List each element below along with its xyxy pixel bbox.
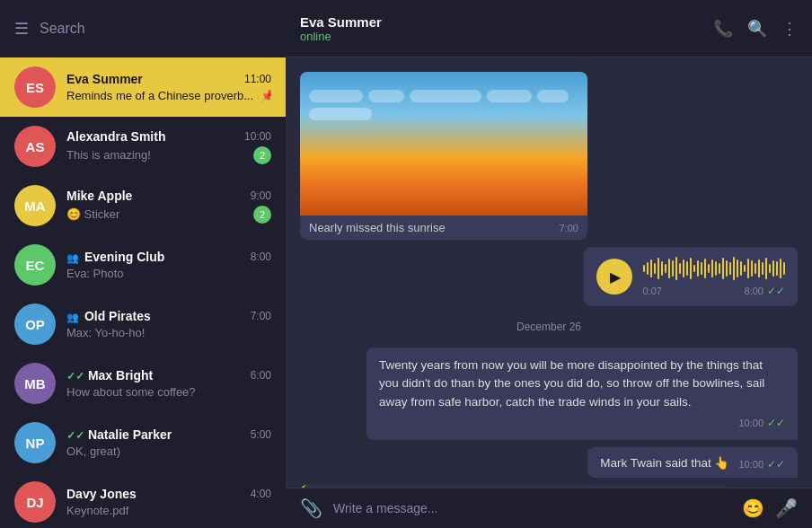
attach-icon[interactable]: 📎 <box>300 497 322 519</box>
waveform-bar <box>643 265 646 272</box>
voice-waveform: 0:07 8:00 ✓✓ <box>643 256 786 297</box>
waveform-bar <box>783 262 786 275</box>
waveform-bar <box>780 259 782 278</box>
chat-time: 4:00 <box>251 488 271 500</box>
message-image <box>300 72 587 216</box>
chat-header-actions: 📞 🔍 ⋮ <box>713 19 798 39</box>
hamburger-icon[interactable]: ☰ <box>14 19 29 39</box>
chat-name: ✓✓ Max Bright <box>66 368 153 383</box>
chat-info: ✓✓ Natalie Parker 5:00 OK, great) <box>66 427 271 458</box>
message-text: Twenty years from now you will be more d… <box>379 358 764 409</box>
cloud <box>309 90 363 102</box>
waveform-bar <box>711 260 714 277</box>
chat-name-row: Alexandra Smith 10:00 <box>66 129 271 144</box>
chat-time: 8:00 <box>251 251 271 263</box>
chat-info: ✓✓ Max Bright 6:00 How about some coffee… <box>66 368 271 399</box>
chat-time: 10:00 <box>244 130 271 143</box>
search-chat-icon[interactable]: 🔍 <box>747 19 767 39</box>
double-check-icon: ✓✓ <box>66 429 84 442</box>
chat-time: 6:00 <box>251 369 271 382</box>
chat-name-row: ✓✓ Natalie Parker 5:00 <box>66 427 271 442</box>
chat-item-max-bright[interactable]: MB ✓✓ Max Bright 6:00 How about some cof… <box>0 354 286 413</box>
chat-name-row: Mike Apple 9:00 <box>66 189 271 203</box>
chat-preview: How about some coffee? <box>66 385 271 399</box>
date-divider: December 26 <box>300 321 798 333</box>
chat-item-alexandra-smith[interactable]: AS Alexandra Smith 10:00 This is amazing… <box>0 117 286 176</box>
chat-name-row: Davy Jones 4:00 <box>66 487 271 501</box>
group-icon: 👥 <box>66 312 79 322</box>
waveform-bar <box>686 261 689 276</box>
waveform-bar <box>650 260 653 277</box>
waveform-bar <box>704 259 707 278</box>
avatar-alexandra-smith: AS <box>14 126 56 167</box>
message-check-icon: ✓✓ <box>767 458 785 471</box>
waveform-bar <box>715 261 718 276</box>
avatar-mike-apple: MA <box>14 185 56 226</box>
chat-name: Alexandra Smith <box>66 129 165 144</box>
chat-name-row: ✓✓ Max Bright 6:00 <box>66 368 271 383</box>
image-caption: Nearly missed this sunrise 7:00 <box>300 216 587 240</box>
waveform-bar <box>693 265 696 272</box>
waveform-bar <box>737 260 739 277</box>
waveform-bar <box>647 262 649 275</box>
chat-item-natalie-parker[interactable]: NP ✓✓ Natalie Parker 5:00 OK, great) <box>0 413 286 472</box>
emoji-icon[interactable]: 😊 <box>742 497 764 519</box>
waveform-bar <box>661 261 664 276</box>
play-button[interactable]: ▶ <box>596 259 632 295</box>
chat-name-row: 👥 Old Pirates 7:00 <box>66 309 271 323</box>
waveform-bar <box>769 264 772 273</box>
message-text: Mark Twain said that 👆 <box>600 455 729 470</box>
message-time: 10:00 <box>738 416 763 431</box>
chat-item-mike-apple[interactable]: MA Mike Apple 9:00 😊 Sticker 2 <box>0 176 286 235</box>
chat-name-row: 👥 Evening Club 8:00 <box>66 250 271 264</box>
unread-badge: 2 <box>253 146 271 164</box>
chat-info: Mike Apple 9:00 😊 Sticker 2 <box>66 189 271 224</box>
chat-item-davy-jones[interactable]: DJ Davy Jones 4:00 Keynote.pdf <box>0 472 286 528</box>
double-check-icon: ✓✓ <box>66 370 84 383</box>
waveform-bar <box>719 263 721 274</box>
chat-info: Eva Summer 11:00 Reminds me of a Chinese… <box>66 72 271 102</box>
waveform-bar <box>675 257 678 280</box>
chat-name: 👥 Evening Club <box>66 250 164 264</box>
chat-info: 👥 Evening Club 8:00 Eva: Photo <box>66 250 271 280</box>
pin-icon: 📌 <box>260 89 271 102</box>
chat-preview: Keynote.pdf <box>66 504 271 517</box>
chat-preview: Eva: Photo <box>66 267 271 280</box>
waveform-bar <box>722 258 725 279</box>
waveform-bar <box>744 265 746 272</box>
search-wrap <box>40 21 271 37</box>
message-time: 10:00 <box>738 459 763 470</box>
chat-item-old-pirates[interactable]: OP 👥 Old Pirates 7:00 Max: Yo-ho-ho! <box>0 295 286 354</box>
waveform-bar <box>755 263 757 274</box>
cloud <box>410 90 481 102</box>
contact-name: Eva Summer <box>300 14 713 30</box>
chat-name: Eva Summer <box>66 72 143 86</box>
phone-icon[interactable]: 📞 <box>713 19 733 39</box>
group-icon: 👥 <box>66 252 79 263</box>
long-text-message: Twenty years from now you will be more d… <box>366 348 798 440</box>
waveform-bar <box>740 261 743 276</box>
waveform-bar <box>729 262 732 275</box>
chat-item-evening-club[interactable]: EC 👥 Evening Club 8:00 Eva: Photo <box>0 235 286 295</box>
search-input[interactable] <box>40 21 271 37</box>
sidebar: ☰ ES Eva Summer 11:00 Reminds me of a Ch… <box>0 0 286 528</box>
message-input[interactable] <box>333 501 731 515</box>
message-check-icon: ✓✓ <box>767 415 785 431</box>
avatar-old-pirates: OP <box>14 304 56 345</box>
voice-time-row: 0:07 8:00 ✓✓ <box>643 285 786 297</box>
unread-badge: 2 <box>253 206 271 224</box>
waveform-bar <box>654 263 657 274</box>
waveform-bar <box>772 260 775 277</box>
chat-header: Eva Summer online 📞 🔍 ⋮ <box>286 0 812 57</box>
chat-preview: OK, great) <box>66 444 271 458</box>
cloud <box>487 90 532 102</box>
contact-status: online <box>300 30 713 43</box>
mic-icon[interactable]: 🎤 <box>775 497 798 519</box>
chat-item-eva-summer[interactable]: ES Eva Summer 11:00 Reminds me of a Chin… <box>0 57 286 117</box>
chat-info: 👥 Old Pirates 7:00 Max: Yo-ho-ho! <box>66 309 271 339</box>
image-clouds <box>300 90 587 120</box>
more-options-icon[interactable]: ⋮ <box>781 19 798 39</box>
waveform-bar <box>672 260 675 277</box>
chat-preview: Max: Yo-ho-ho! <box>66 326 271 339</box>
voice-duration: 0:07 <box>643 286 662 296</box>
